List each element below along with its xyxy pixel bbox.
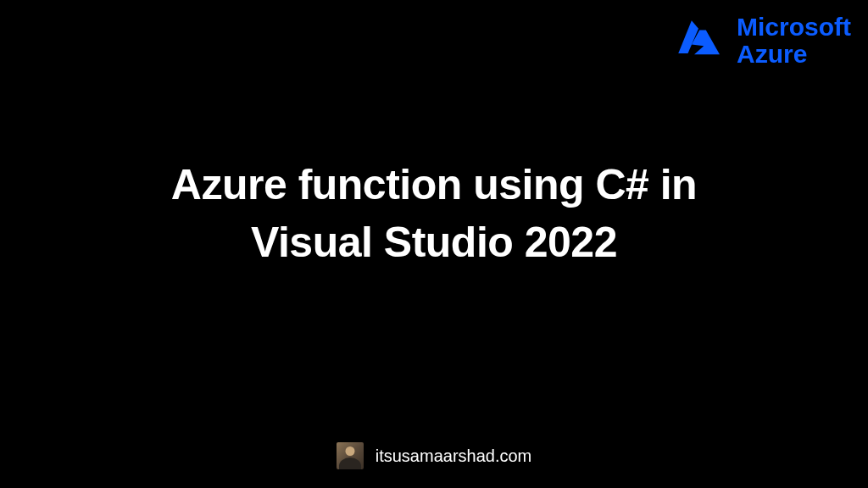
logo-line2: Azure [737, 41, 851, 68]
azure-logo: Microsoft Azure [669, 14, 851, 67]
logo-line1: Microsoft [737, 14, 851, 41]
website-text: itsusamaarshad.com [376, 446, 532, 466]
footer: itsusamaarshad.com [0, 442, 868, 469]
title-line1: Azure function using C# in [0, 157, 868, 214]
avatar [337, 442, 364, 469]
azure-icon [669, 15, 728, 66]
page-title: Azure function using C# in Visual Studio… [0, 157, 868, 271]
title-line2: Visual Studio 2022 [0, 214, 868, 272]
azure-text: Microsoft Azure [737, 14, 851, 67]
